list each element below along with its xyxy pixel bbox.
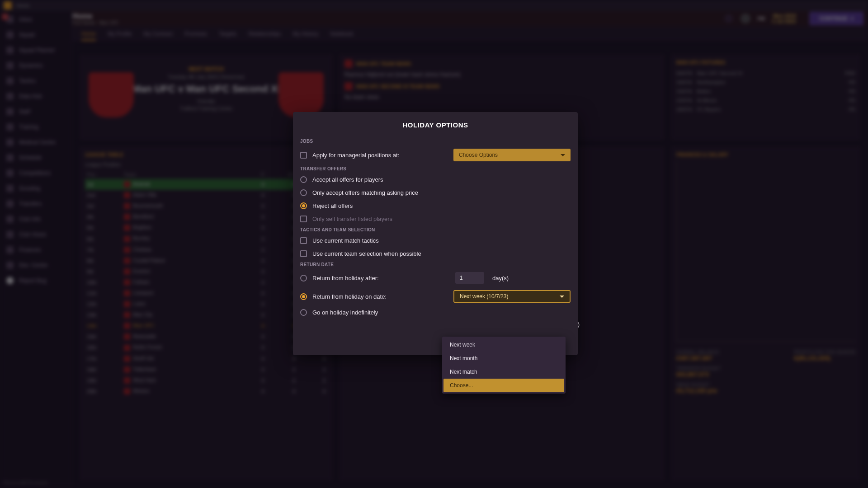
accept-all-label: Accept all offers for players — [312, 176, 383, 183]
return-date-value: Next week (10/7/23) — [460, 293, 508, 300]
return-after-radio[interactable] — [300, 275, 307, 282]
use-team-selection-checkbox[interactable] — [300, 250, 307, 257]
return-date-dropdown: Next week Next month Next match Choose..… — [442, 337, 566, 394]
choose-options-value: Choose Options — [459, 152, 498, 158]
return-on-date-radio[interactable] — [300, 293, 307, 300]
section-jobs: JOBS — [293, 137, 578, 145]
only-sell-listed-checkbox[interactable] — [300, 216, 307, 222]
dialog-title: HOLIDAY OPTIONS — [293, 112, 578, 137]
use-tactics-label: Use current match tactics — [312, 237, 379, 244]
section-transfer-offers: TRANSFER OFFERS — [293, 164, 578, 173]
only-sell-listed-label: Only sell transfer listed players — [312, 216, 392, 222]
only-accept-radio[interactable] — [300, 189, 307, 196]
chevron-down-icon — [561, 154, 565, 156]
dropdown-option-next-match[interactable]: Next match — [443, 365, 564, 379]
reject-all-label: Reject all offers — [312, 202, 353, 209]
days-unit-label: day(s) — [492, 275, 509, 282]
section-return-date: RETURN DATE — [293, 260, 578, 269]
return-after-label: Return from holiday after: — [312, 275, 448, 282]
dropdown-option-next-month[interactable]: Next month — [443, 352, 564, 365]
chevron-down-icon — [560, 296, 564, 298]
choose-options-select[interactable]: Choose Options — [453, 149, 571, 161]
use-team-selection-label: Use current team selection when possible — [312, 250, 421, 257]
go-indefinitely-radio[interactable] — [300, 309, 307, 316]
holiday-options-dialog: HOLIDAY OPTIONS JOBS Apply for manageria… — [293, 112, 578, 355]
days-input[interactable]: 1 — [455, 272, 484, 284]
dropdown-option-choose[interactable]: Choose... — [443, 379, 564, 392]
return-on-date-label: Return from holiday on date: — [312, 293, 448, 300]
use-tactics-checkbox[interactable] — [300, 237, 307, 244]
dropdown-option-next-week[interactable]: Next week — [443, 338, 564, 352]
accept-all-radio[interactable] — [300, 176, 307, 183]
go-indefinitely-label: Go on holiday indefinitely — [312, 309, 378, 316]
section-tactics: TACTICS AND TEAM SELECTION — [293, 225, 578, 234]
apply-positions-checkbox[interactable] — [300, 152, 307, 159]
apply-positions-label: Apply for managerial positions at: — [312, 152, 448, 159]
return-date-select[interactable]: Next week (10/7/23) — [453, 290, 571, 303]
reject-all-radio[interactable] — [300, 202, 307, 209]
confirm-peek: ) — [578, 321, 580, 328]
only-accept-label: Only accept offers matching asking price — [312, 189, 418, 196]
